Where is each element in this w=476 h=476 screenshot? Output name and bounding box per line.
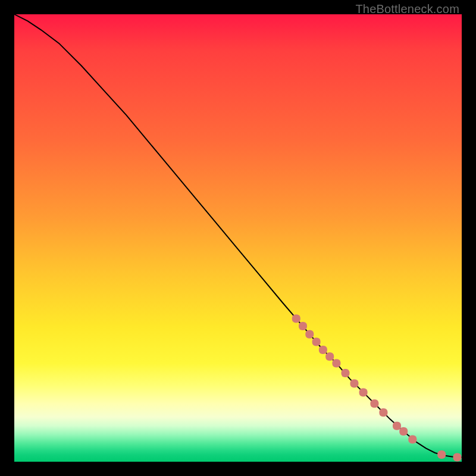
- chart-stage: TheBottleneck.com: [0, 0, 476, 476]
- curve-line: [14, 14, 462, 458]
- plot-area: [14, 14, 462, 462]
- marker-dot: [453, 453, 462, 462]
- marker-dot: [359, 388, 368, 396]
- marker-dot: [342, 369, 350, 377]
- marker-dot: [325, 352, 334, 361]
- marker-group: [292, 314, 462, 461]
- marker-dot: [437, 450, 446, 459]
- marker-dot: [370, 399, 378, 408]
- chart-overlay: [14, 14, 462, 462]
- marker-dot: [379, 408, 387, 416]
- marker-dot: [350, 379, 359, 387]
- marker-dot: [408, 435, 416, 443]
- marker-dot: [332, 359, 340, 368]
- marker-dot: [292, 314, 300, 322]
- marker-dot: [399, 427, 408, 436]
- marker-dot: [299, 322, 307, 330]
- marker-dot: [319, 346, 327, 354]
- marker-dot: [312, 338, 321, 346]
- marker-dot: [305, 330, 314, 339]
- marker-dot: [393, 422, 401, 430]
